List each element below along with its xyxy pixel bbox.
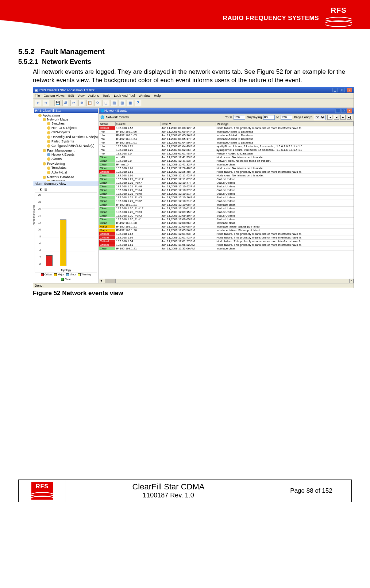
tree-item[interactable]: ProvisioningTemplatesActivityList: [43, 161, 98, 175]
col-header[interactable]: Message: [216, 122, 353, 126]
back-icon[interactable]: ⇦: [35, 100, 41, 106]
tree-item[interactable]: Network MapsSwitchesNon-CFS ObjectsCFS-O…: [43, 117, 98, 148]
menu-tools[interactable]: Tools: [103, 94, 110, 98]
menu-actions[interactable]: Actions: [88, 94, 99, 98]
copy-icon[interactable]: ⧉: [78, 100, 85, 106]
table-row[interactable]: Clearnms15Jun 11,2009 12:41:33 PMNode cl…: [99, 155, 354, 159]
next-page-icon[interactable]: ▸: [340, 115, 346, 120]
cut-icon[interactable]: ✂: [70, 100, 77, 106]
inner-minimize-icon[interactable]: _: [335, 108, 340, 113]
table-row[interactable]: Info192.168.1.21Jun 11,2009 01:04:49 PMs…: [99, 144, 354, 148]
doc3-icon[interactable]: ▦: [127, 100, 133, 106]
tree-item[interactable]: Alarms: [47, 157, 98, 161]
inner-maximize-icon[interactable]: □: [341, 108, 346, 113]
col-header[interactable]: Status: [99, 122, 116, 126]
stop-icon[interactable]: ◻: [103, 100, 109, 106]
menu-edit[interactable]: Edit: [68, 94, 74, 98]
table-row[interactable]: InfoIF-192.168.1.61Jun 11,2009 01:04:59 …: [99, 141, 354, 144]
displaying-to[interactable]: [281, 115, 292, 120]
prev-page-icon[interactable]: ◂: [334, 115, 339, 120]
tree-item[interactable]: Network Events: [47, 152, 98, 157]
tree-item[interactable]: Fault ManagementNetwork EventsAlarms: [43, 148, 98, 161]
table-row[interactable]: InfoIF-192.168.1.66Jun 11,2009 01:05:54 …: [99, 130, 354, 133]
table-row[interactable]: Clear192.168.1.21_Port4Jun 11,2009 12:10…: [99, 188, 354, 192]
table-row[interactable]: InfoIF-192.168.1.64Jun 11,2009 01:05:17 …: [99, 137, 354, 141]
tree-item[interactable]: Failed Systems: [47, 139, 98, 144]
scroll-right-icon[interactable]: ▸: [349, 279, 354, 283]
last-page-icon[interactable]: ▸|: [347, 115, 352, 120]
tree-item[interactable]: CFS-Objects: [47, 130, 98, 134]
tree-item[interactable]: ActivityList: [47, 170, 98, 175]
table-row[interactable]: Clear192.168.1.20_Port12Jun 11,2009 12:1…: [99, 206, 354, 210]
table-row[interactable]: Clear192.168.1.20_Port1Jun 11,2009 12:09…: [99, 217, 354, 221]
refresh-icon[interactable]: ⟳: [95, 100, 101, 106]
table-row[interactable]: Critical192.168.1.61Jun 11,2009 11:56:32…: [99, 243, 354, 247]
table-row[interactable]: MajorIF-192.168.1.20Jun 11,2009 12:03:56…: [99, 228, 354, 232]
table-row[interactable]: Critical192.168.1.55Jun 11,2009 01:08:12…: [99, 126, 354, 130]
table-header-row[interactable]: StatusSourceDate ▼Message: [99, 122, 354, 126]
table-row[interactable]: Clear192.168.1.21_Port12Jun 11,2009 12:1…: [99, 177, 354, 181]
table-row[interactable]: Clear192.168.1.21_Port7Jun 11,2009 12:10…: [99, 181, 354, 184]
menubar[interactable]: FileCustom ViewsEditViewActionsToolsLook…: [33, 93, 354, 99]
close-icon[interactable]: ×: [347, 88, 352, 92]
table-row[interactable]: Critical192.168.1.61Jun 11,2009 12:25:48…: [99, 170, 354, 173]
help-icon[interactable]: ?: [135, 100, 141, 106]
table-row[interactable]: Clear192.168.1.61Jun 11,2009 12:11:43 PM…: [99, 173, 354, 177]
doc1-icon[interactable]: ▤: [111, 100, 117, 106]
table-row[interactable]: ClearIF-192.168.1.21Jun 11,2009 11:33:06…: [99, 247, 354, 250]
tree-item[interactable]: Unconfigured RRH/BSI Node(s): [47, 135, 98, 139]
displaying-from[interactable]: [263, 115, 275, 120]
menu-view[interactable]: View: [77, 94, 84, 98]
table-row[interactable]: ClearIF-192.168.1.20Jun 11,2009 12:08:56…: [99, 221, 354, 225]
inner-close-icon[interactable]: ×: [347, 108, 352, 113]
save-icon[interactable]: 💾: [54, 100, 61, 106]
tree-item[interactable]: Configured RRH/BSI Node(s): [47, 144, 98, 148]
table-row[interactable]: ClearIF-192.168.1.21Jun 11,2009 12:10:08…: [99, 203, 354, 206]
chart-btn3-icon[interactable]: ▤: [45, 188, 47, 191]
first-page-icon[interactable]: |◂: [327, 115, 332, 120]
nav-tree[interactable]: RFS ClearFill Star ApplicationsNetwork M…: [33, 108, 99, 181]
table-row[interactable]: Clear192.168.1.61Jun 11,2009 12:26:48 PM…: [99, 166, 354, 170]
maximize-icon[interactable]: □: [340, 88, 345, 92]
table-row[interactable]: Clear192.168.1.21_Port3Jun 11,2009 12:10…: [99, 195, 354, 199]
chart-btn1-icon[interactable]: ▭: [35, 188, 38, 191]
menu-custom-views[interactable]: Custom Views: [44, 94, 65, 98]
paste-icon[interactable]: 📋: [86, 100, 93, 106]
table-row[interactable]: Critical192.168.1.62Jun 11,2009 12:01:43…: [99, 236, 354, 239]
table-row[interactable]: Clear192.168.1.20_Port2Jun 11,2009 12:09…: [99, 214, 354, 217]
tree-item[interactable]: ApplicationsNetwork MapsSwitchesNon-CFS …: [38, 113, 98, 181]
forward-icon[interactable]: ⇨: [43, 100, 49, 106]
table-row[interactable]: Critical192.168.1.65Jun 11,2009 12:01:53…: [99, 232, 354, 236]
horizontal-scrollbar[interactable]: ◂ ▸: [99, 279, 354, 283]
table-row[interactable]: ClearIF-nms15Jun 11,2009 12:41:32 PMInte…: [99, 163, 354, 166]
table-row[interactable]: MajorIF-192.168.1.21Jun 11,2009 12:05:08…: [99, 225, 354, 228]
events-tab[interactable]: Network Events: [106, 115, 129, 119]
menu-window[interactable]: Window: [139, 94, 150, 98]
table-row[interactable]: Clear192.168.1.21_Port6Jun 11,2009 12:10…: [99, 184, 354, 188]
tree-item[interactable]: Network DatabaseNetworks: [43, 175, 98, 181]
table-row[interactable]: Clear192.168.1.21_Port5Jun 11,2009 12:10…: [99, 192, 354, 195]
table-row[interactable]: Clear192.168.1.20_Port3Jun 11,2009 12:09…: [99, 210, 354, 214]
pagelength-select[interactable]: 50: [314, 115, 326, 120]
tree-item[interactable]: Templates: [47, 165, 98, 170]
tree-item[interactable]: Non-CFS Objects: [47, 126, 98, 130]
table-row[interactable]: Clear192.168.1.21_Port2Jun 11,2009 12:10…: [99, 199, 354, 203]
table-row[interactable]: Critical192.168.1.54Jun 11,2009 12:01:27…: [99, 239, 354, 243]
minimize-icon[interactable]: _: [332, 88, 338, 92]
scroll-left-icon[interactable]: ◂: [99, 279, 103, 283]
tree-item[interactable]: Switches: [47, 121, 98, 126]
doc2-icon[interactable]: ▥: [119, 100, 125, 106]
print-icon[interactable]: 🖶: [62, 100, 69, 106]
menu-look-and-feel[interactable]: Look And Feel: [114, 94, 135, 98]
table-row[interactable]: Info192.168.1.0Jun 11,2009 01:01:48 PMNe…: [99, 152, 354, 155]
chart-btn2-icon[interactable]: ◐: [40, 188, 42, 191]
app-titlebar[interactable]: ▣ RFS ClearFill Star Application 1.2.072…: [33, 87, 354, 93]
table-row[interactable]: Clear192.168.0.0Jun 11,2009 12:41:33 PMN…: [99, 159, 354, 163]
menu-file[interactable]: File: [35, 94, 40, 98]
inner-titlebar[interactable]: 🌐 Network Events _ □ ×: [99, 108, 354, 114]
col-header[interactable]: Source: [115, 122, 161, 126]
scroll-thumb[interactable]: [105, 279, 116, 283]
events-table-wrap[interactable]: StatusSourceDate ▼Message Critical192.16…: [99, 122, 354, 279]
menu-help[interactable]: Help: [154, 94, 161, 98]
table-row[interactable]: Info192.168.1.20Jun 11,2009 01:02:26 PMs…: [99, 148, 354, 152]
